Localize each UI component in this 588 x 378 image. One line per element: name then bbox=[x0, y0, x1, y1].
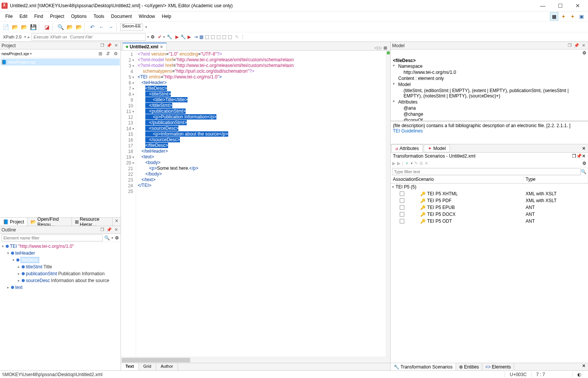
project-tree-item[interactable]: 📘 newProject.xpr bbox=[1, 59, 120, 65]
code-line[interactable]: </sourceDesc> bbox=[138, 137, 386, 143]
line-gutter[interactable]: 1 2▾3▾4 5▾6▾7▾8▾9 10 11▾12 13 14▾15 16 1… bbox=[121, 51, 136, 357]
outline-row[interactable]: ▾fileDesc bbox=[1, 257, 120, 263]
dropdown-icon[interactable]: ▾ bbox=[30, 52, 32, 56]
code-line[interactable]: <p>Information about the source</p> bbox=[138, 131, 386, 137]
menu-edit[interactable]: Edit bbox=[16, 13, 30, 20]
xpath-mode[interactable]: XPath 2.0 bbox=[2, 35, 23, 39]
new-icon[interactable]: 📄 bbox=[2, 23, 10, 31]
expander-icon[interactable]: ▾ bbox=[6, 251, 10, 255]
search-resources-icon[interactable]: 📂 bbox=[75, 23, 83, 31]
outline-filter-input[interactable] bbox=[2, 234, 103, 241]
undo-icon[interactable]: ↶ bbox=[88, 23, 97, 31]
editor-tab[interactable]: Untitled2.xml ✕ bbox=[122, 43, 167, 50]
code-line[interactable]: </publicationStmt> bbox=[138, 120, 386, 126]
menu-project[interactable]: Project bbox=[47, 13, 67, 20]
code-line[interactable] bbox=[138, 188, 386, 194]
outline-row[interactable]: ▸text bbox=[1, 284, 120, 291]
close-icon[interactable]: ✕ bbox=[113, 227, 119, 233]
tab-text[interactable]: Text bbox=[121, 363, 139, 370]
dropdown-icon[interactable]: ▾ bbox=[24, 35, 26, 39]
code-line[interactable]: <text> bbox=[138, 154, 386, 160]
highlight-icon[interactable]: ✎ bbox=[235, 34, 239, 40]
code-line[interactable]: schematypens="http://purl.oclc.org/dsdl/… bbox=[138, 69, 386, 74]
open-icon[interactable]: 📂 bbox=[11, 23, 19, 31]
close-icon[interactable]: ✕ bbox=[113, 218, 121, 226]
refactor5-icon[interactable]: ⬚ bbox=[228, 34, 232, 40]
expander-icon[interactable]: ▸ bbox=[17, 272, 21, 276]
tab-resource-hier[interactable]: ⊞Resource Hierar… bbox=[72, 218, 113, 226]
refactor1-icon[interactable]: ⬚ bbox=[205, 34, 209, 40]
code-line[interactable]: <teiHeader> bbox=[138, 80, 386, 86]
outline-row[interactable]: ▸publicationStmt Publication Information bbox=[1, 270, 120, 277]
close-icon[interactable]: ✕ bbox=[580, 146, 588, 151]
format-icon[interactable]: ▦ bbox=[199, 34, 203, 40]
run-icon[interactable]: ▶ bbox=[175, 34, 179, 40]
bookmark-icon[interactable]: ⋮ bbox=[240, 34, 245, 40]
pin-icon[interactable]: 📌 bbox=[576, 153, 582, 159]
tab-open-find[interactable]: 📂Open/Find Resou… bbox=[27, 218, 72, 226]
check-wf-icon[interactable]: ◪ bbox=[43, 23, 51, 31]
ts-group[interactable]: ▾TEI P5 (5) bbox=[391, 183, 588, 190]
delete-icon[interactable]: ✕ bbox=[424, 161, 428, 166]
settings-icon[interactable]: ⚙ bbox=[582, 161, 586, 166]
tab-entities[interactable]: ⊕Entities bbox=[456, 363, 482, 370]
code-line[interactable]: </titleStmt> bbox=[138, 103, 386, 108]
expander-icon[interactable]: ▸ bbox=[17, 279, 21, 282]
menu-file[interactable]: File bbox=[2, 13, 16, 20]
expander-icon[interactable]: ▾ bbox=[1, 244, 5, 248]
checkbox[interactable] bbox=[400, 198, 404, 203]
expander-icon[interactable]: ▸ bbox=[6, 285, 10, 289]
tab-project[interactable]: 📘Project bbox=[0, 218, 27, 226]
project-tree[interactable]: 📘 newProject.xpr bbox=[0, 58, 121, 217]
dropdown-icon[interactable]: ▾ bbox=[111, 236, 113, 240]
tab-attributes[interactable]: aAttributes bbox=[391, 144, 423, 153]
ts-row[interactable]: 🔑TEI P5 DOCXANT bbox=[391, 211, 588, 218]
tab-transformation-scenarios[interactable]: 🔧Transformation Scenarios bbox=[391, 363, 456, 370]
run-debug-icon[interactable]: 🔧 bbox=[180, 34, 186, 40]
model-section[interactable]: Content : element only bbox=[393, 75, 586, 81]
restore-icon[interactable]: ❐ bbox=[567, 43, 573, 49]
restore-icon[interactable]: ❐ bbox=[99, 227, 105, 233]
col-scenario[interactable]: Scenario bbox=[413, 176, 523, 183]
dropdown-icon[interactable]: ▾ bbox=[163, 35, 165, 39]
code-line[interactable]: </text> bbox=[138, 177, 386, 183]
close-icon[interactable]: ✕ bbox=[113, 43, 119, 49]
model-section[interactable]: ▾Namespace bbox=[393, 63, 586, 69]
code-line[interactable]: </teiHeader> bbox=[138, 148, 386, 154]
menu-tools[interactable]: Tools bbox=[91, 13, 107, 20]
code-line[interactable]: <p>Some text here.</p> bbox=[138, 166, 386, 171]
refactor3-icon[interactable]: ⬚ bbox=[216, 34, 221, 40]
horizontal-scrollbar[interactable] bbox=[121, 357, 390, 363]
search-folder-icon[interactable]: 📂 bbox=[65, 23, 74, 31]
close-icon[interactable]: ✕ bbox=[580, 43, 586, 49]
validate-icon[interactable]: ✔ bbox=[158, 34, 162, 40]
outline-row[interactable]: ▾teiHeader bbox=[1, 250, 120, 257]
ts-row[interactable]: 🔑TEI P5 PDFXML with XSLT bbox=[391, 197, 588, 204]
scrollbar-thumb[interactable] bbox=[122, 358, 190, 362]
forward-icon[interactable]: → bbox=[106, 23, 115, 31]
outline-tree[interactable]: ▾TEI "http://www.tei-c.org/ns/1.0"▾teiHe… bbox=[0, 242, 121, 370]
model-body[interactable]: <fileDesc>▾Namespacehttp://www.tei-c.org… bbox=[391, 56, 588, 121]
settings-icon[interactable]: ⚙ bbox=[115, 235, 119, 241]
overview-ruler[interactable] bbox=[386, 51, 390, 357]
code-line[interactable]: <sourceDesc> bbox=[138, 126, 386, 131]
tab-grid[interactable]: Grid bbox=[139, 363, 156, 370]
menu-help[interactable]: Help bbox=[159, 13, 175, 20]
outline-row[interactable]: ▾TEI "http://www.tei-c.org/ns/1.0" bbox=[1, 243, 120, 250]
code-line[interactable]: <fileDesc> bbox=[138, 86, 386, 91]
save-icon[interactable]: 💾 bbox=[29, 23, 37, 31]
code-line[interactable]: <body> bbox=[138, 160, 386, 166]
dropdown-icon[interactable]: ▾ bbox=[411, 161, 413, 165]
restore-icon[interactable]: ❐ bbox=[99, 43, 105, 49]
expander-icon[interactable]: ▾ bbox=[392, 185, 394, 189]
refactor2-icon[interactable]: ⬚ bbox=[211, 34, 215, 40]
code-line[interactable]: <?xml-model href="http://www.tei-c.org/r… bbox=[138, 57, 386, 63]
ts-row[interactable]: 🔑TEI P5 XHTMLXML with XSLT bbox=[391, 190, 588, 197]
close-icon[interactable]: ✕ bbox=[580, 363, 588, 370]
code-line[interactable]: <p>Publication Information</p> bbox=[138, 114, 386, 120]
xpath-input[interactable] bbox=[32, 33, 146, 41]
pin-icon[interactable]: 📌 bbox=[574, 43, 580, 49]
run-scenario-icon[interactable]: ▶ bbox=[188, 34, 191, 40]
perspective-xq-icon[interactable]: ✦ bbox=[568, 12, 577, 21]
tab-elements[interactable]: <>Elements bbox=[482, 363, 514, 370]
